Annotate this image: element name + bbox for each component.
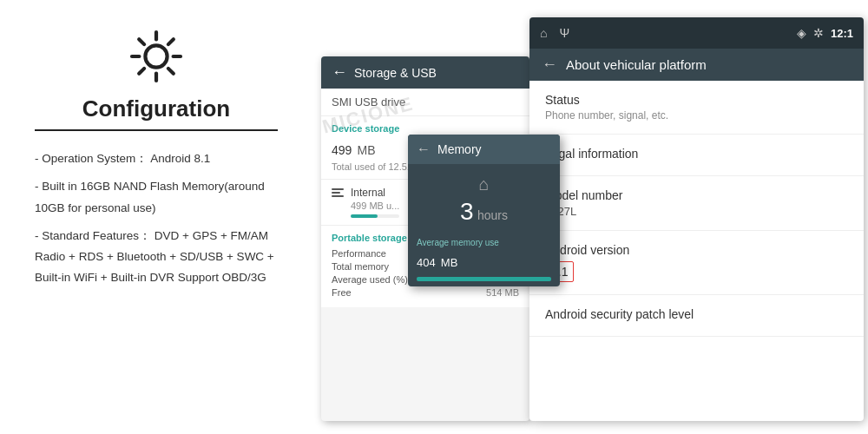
about-security-title: Android security patch level <box>545 307 848 321</box>
about-model-value: 8227L <box>545 205 848 218</box>
about-legal-title: Legal information <box>545 147 848 161</box>
top-bar-left: ⌂ Ψ <box>540 26 569 40</box>
memory-title: Memory <box>437 142 482 156</box>
perf-label-1: Total memory <box>332 261 389 272</box>
memory-progress-bar <box>417 277 551 281</box>
spec-item-memory: - Built in 16GB NAND Flash Memory(around… <box>35 176 278 219</box>
right-panel: ⌂ Ψ ◈ ✲ 12:1 ← About vehicular platform … <box>529 17 864 421</box>
usb-icon-top: Ψ <box>559 26 569 40</box>
about-row-model[interactable]: Model number 8227L <box>529 176 864 231</box>
perf-label-3: Free <box>332 287 352 298</box>
perf-label-2: Average used (%) <box>332 274 408 285</box>
top-status-bar: ⌂ Ψ ◈ ✲ 12:1 <box>529 17 864 49</box>
memory-hours-section: ⌂ 3 hours <box>408 164 560 233</box>
about-row-status[interactable]: Status Phone number, signal, etc. <box>529 81 864 135</box>
home-icon-top: ⌂ <box>540 26 547 40</box>
about-title: About vehicular platform <box>566 57 707 72</box>
memory-overlay: ← Memory ⌂ 3 hours Average memory use 40… <box>408 135 560 286</box>
perf-label-0: Performance <box>332 248 386 259</box>
memory-back-arrow[interactable]: ← <box>417 141 431 157</box>
about-row-legal[interactable]: Legal information <box>529 135 864 176</box>
internal-progress-fill <box>351 214 378 218</box>
svg-line-5 <box>139 39 144 44</box>
svg-point-0 <box>145 45 167 67</box>
top-bar-right-icons: ◈ ✲ 12:1 <box>797 26 853 40</box>
hours-label: hours <box>477 208 508 222</box>
bluetooth-icon-top: ✲ <box>813 26 824 40</box>
about-row-security-patch[interactable]: Android security patch level <box>529 295 864 337</box>
about-status-title: Status <box>545 93 848 107</box>
internal-text: Internal 499 MB u... <box>351 187 399 218</box>
about-status-sub: Phone number, signal, etc. <box>545 109 848 122</box>
spec-item-features: - Standard Features： DVD + GPS + FM/AM R… <box>35 226 278 289</box>
status-time: 12:1 <box>831 27 853 40</box>
about-row-android-version[interactable]: Android version 8.1 <box>529 231 864 295</box>
spec-item-os: - Operation System： Android 8.1 <box>35 148 278 169</box>
perf-value-3: 514 MB <box>486 287 519 298</box>
internal-title: Internal <box>351 187 399 199</box>
about-model-title: Model number <box>545 188 848 202</box>
storage-back-arrow[interactable]: ← <box>332 63 347 82</box>
memory-mb-value: 404 MB <box>408 247 560 273</box>
storage-icon <box>332 188 344 197</box>
about-content: Status Phone number, signal, etc. Legal … <box>529 81 864 337</box>
storage-header: ← Storage & USB <box>321 56 529 89</box>
spec-list: - Operation System： Android 8.1 - Built … <box>35 148 278 296</box>
storage-title: Storage & USB <box>354 66 437 80</box>
internal-progress-bar <box>351 214 399 218</box>
home-icon-memory: ⌂ <box>408 174 560 194</box>
memory-header: ← Memory <box>408 135 560 164</box>
about-header: ← About vehicular platform <box>529 49 864 81</box>
gear-icon-wrapper <box>35 26 278 87</box>
hours-value: 3 <box>460 198 474 225</box>
about-android-title: Android version <box>545 243 848 257</box>
avg-memory-label: Average memory use <box>408 233 560 247</box>
perf-row-3: Free 514 MB <box>332 287 519 298</box>
svg-line-8 <box>139 69 144 74</box>
gear-icon <box>126 26 187 87</box>
smi-label: SMI USB drive <box>321 89 529 116</box>
svg-line-6 <box>168 69 174 74</box>
internal-size: 499 MB u... <box>351 201 399 211</box>
left-panel: Configuration - Operation System： Androi… <box>0 0 312 434</box>
svg-line-7 <box>168 39 174 44</box>
device-storage-title: Device storage <box>332 123 519 134</box>
about-back-arrow[interactable]: ← <box>542 56 557 74</box>
location-icon-top: ◈ <box>797 26 806 40</box>
config-title: Configuration <box>35 95 278 131</box>
